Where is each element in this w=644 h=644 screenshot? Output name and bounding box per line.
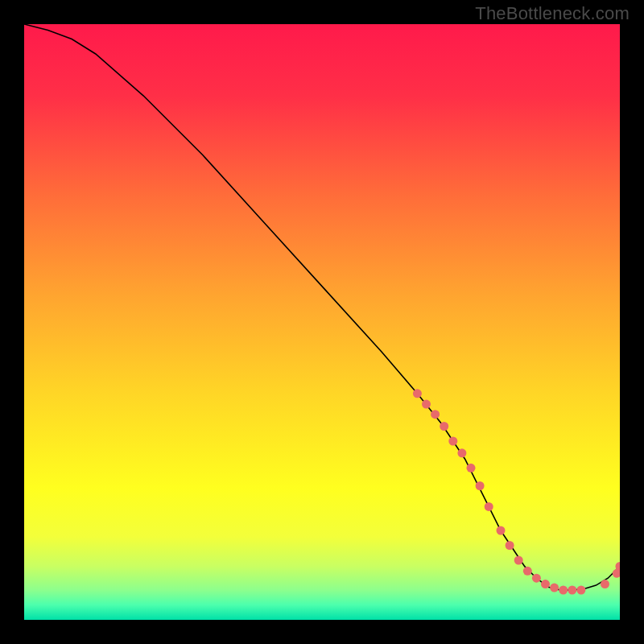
marker-point bbox=[448, 437, 457, 446]
plot-background bbox=[24, 24, 620, 620]
marker-point bbox=[568, 586, 576, 595]
marker-point bbox=[467, 464, 476, 473]
marker-point bbox=[413, 389, 422, 398]
marker-point bbox=[559, 586, 568, 595]
marker-point bbox=[576, 586, 585, 595]
marker-point bbox=[550, 584, 559, 592]
marker-point bbox=[532, 574, 541, 583]
marker-point bbox=[457, 448, 466, 457]
marker-point bbox=[541, 580, 550, 588]
bottleneck-plot bbox=[24, 24, 620, 620]
marker-point bbox=[523, 567, 532, 576]
marker-point bbox=[497, 526, 506, 535]
marker-point bbox=[485, 502, 493, 511]
watermark-text: TheBottleneck.com bbox=[475, 3, 630, 24]
marker-point bbox=[431, 410, 440, 419]
marker-point bbox=[476, 481, 485, 490]
marker-point bbox=[440, 422, 448, 431]
marker-point bbox=[506, 541, 514, 550]
marker-point bbox=[601, 580, 609, 588]
marker-point bbox=[422, 400, 431, 409]
chart-stage: TheBottleneck.com bbox=[0, 0, 644, 644]
marker-point bbox=[514, 556, 523, 565]
